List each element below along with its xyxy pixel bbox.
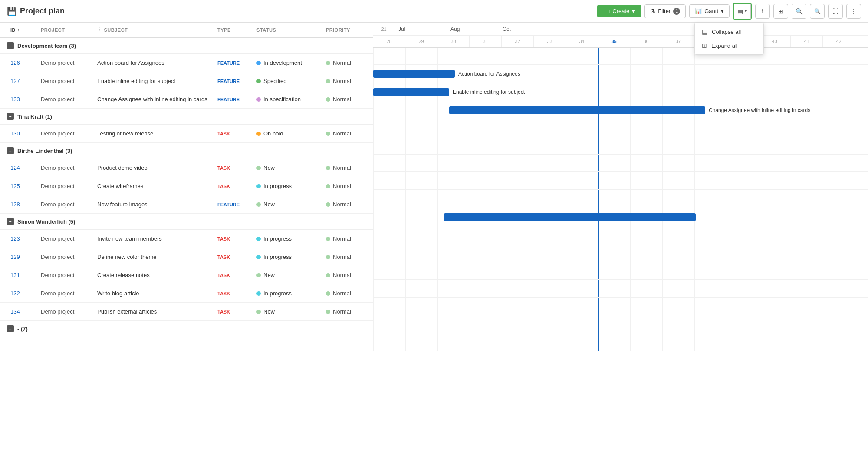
priority-dot xyxy=(326,291,330,296)
collapse-all-item[interactable]: ▤ Collapse all xyxy=(695,25,763,39)
header-actions: + + Create ▾ ⚗ Filter 1 📊 Gantt ▾ ▤ ▾ xyxy=(597,3,861,20)
week-label: 37 xyxy=(662,36,694,47)
collapse-expand-button[interactable]: ▤ ▾ xyxy=(734,4,751,19)
chevron-down-icon: ▾ xyxy=(632,8,635,14)
expand-all-item[interactable]: ⊞ Expand all xyxy=(695,39,763,53)
cell-id[interactable]: 125 xyxy=(7,179,37,193)
cell-project: Demo project xyxy=(37,232,94,245)
cell-status: New xyxy=(253,198,322,211)
group-row-0[interactable]: − Development team (3) xyxy=(0,38,373,54)
priority-dot xyxy=(326,97,330,102)
group-row-4[interactable]: − - (7) xyxy=(0,321,373,337)
group-row-1[interactable]: − Tina Kraft (1) xyxy=(0,109,373,125)
cell-type: TASK xyxy=(214,269,253,281)
gantt-group-row xyxy=(373,226,868,243)
col-header-status: STATUS xyxy=(253,23,322,37)
status-dot xyxy=(256,237,261,241)
group-collapse-icon: − xyxy=(7,218,14,225)
group-label: - (7) xyxy=(17,326,28,332)
cell-subject: Action board for Assignees xyxy=(94,56,214,69)
cell-status: Specified xyxy=(253,74,322,88)
expand-icon: ⊞ xyxy=(702,42,707,49)
cell-type: TASK xyxy=(214,128,253,140)
cell-id[interactable]: 123 xyxy=(7,232,37,245)
cell-project: Demo project xyxy=(37,179,94,193)
cell-status: On hold xyxy=(253,127,322,140)
table-body: − Development team (3) 126 Demo project … xyxy=(0,38,373,337)
status-text: In specification xyxy=(263,96,301,102)
fit-button[interactable]: ⛶ xyxy=(828,4,843,19)
group-collapse-icon: − xyxy=(7,113,14,120)
priority-dot xyxy=(326,184,330,188)
gantt-data-row: Enable inline editing for subject xyxy=(373,83,868,101)
cell-priority: Normal xyxy=(322,250,366,264)
cell-status: New xyxy=(253,268,322,282)
cell-priority: Normal xyxy=(322,127,366,140)
week-label: 33 xyxy=(534,36,566,47)
create-button[interactable]: + + Create ▾ xyxy=(597,5,641,17)
save-icon: 💾 xyxy=(7,7,16,16)
cell-id[interactable]: 132 xyxy=(7,287,37,300)
cell-status: In specification xyxy=(253,92,322,106)
group-label: Development team (3) xyxy=(17,43,76,49)
group-row-2[interactable]: − Birthe Lindenthal (3) xyxy=(0,143,373,159)
zoom-in-button[interactable]: 🔍 xyxy=(792,4,806,19)
chevron-down-icon-gantt: ▾ xyxy=(721,8,724,14)
week-label: 29 xyxy=(405,36,437,47)
cell-project: Demo project xyxy=(37,305,94,318)
info-button[interactable]: ℹ xyxy=(755,4,770,19)
gantt-button[interactable]: 📊 Gantt ▾ xyxy=(689,4,730,18)
gantt-bar[interactable] xyxy=(373,70,455,78)
settings-button[interactable]: ⊞ xyxy=(773,4,788,19)
gantt-data-row xyxy=(373,172,868,190)
cell-project: Demo project xyxy=(37,127,94,140)
cell-subject: Publish external articles xyxy=(94,305,214,318)
cell-subject: Invite new team members xyxy=(94,232,214,245)
resize-handle-icon: ⋮ xyxy=(97,27,102,33)
status-dot xyxy=(256,202,261,207)
cell-id[interactable]: 133 xyxy=(7,92,37,106)
cell-id[interactable]: 124 xyxy=(7,161,37,175)
week-label: 31 xyxy=(470,36,502,47)
table-row: 129 Demo project Define new color theme … xyxy=(0,248,373,266)
cell-id[interactable]: 131 xyxy=(7,268,37,282)
status-dot xyxy=(256,184,261,188)
table-row: 127 Demo project Enable inline editing f… xyxy=(0,72,373,90)
cell-id[interactable]: 129 xyxy=(7,250,37,264)
priority-text: Normal xyxy=(333,59,351,66)
group-label: Birthe Lindenthal (3) xyxy=(17,148,72,154)
gantt-group-row xyxy=(373,119,868,136)
cell-subject: Write blog article xyxy=(94,287,214,300)
status-dot xyxy=(256,166,261,170)
col-header-project: PROJECT xyxy=(37,23,94,37)
week-label: 42 xyxy=(823,36,855,47)
cell-id[interactable]: 128 xyxy=(7,198,37,211)
status-dot xyxy=(256,79,261,83)
gantt-data-row: Action board for Assignees xyxy=(373,65,868,83)
table-header: ID ↑ PROJECT ⋮ SUBJECT TYPE STATUS PRIOR xyxy=(0,23,373,38)
cell-id[interactable]: 127 xyxy=(7,74,37,88)
more-button[interactable]: ⋮ xyxy=(846,4,861,19)
gantt-data-row xyxy=(373,280,868,298)
week-label: 36 xyxy=(630,36,662,47)
cell-id[interactable]: 126 xyxy=(7,56,37,69)
group-collapse-icon: − xyxy=(7,325,14,332)
group-collapse-icon: − xyxy=(7,42,14,49)
gantt-bar[interactable] xyxy=(444,213,696,221)
cell-subject: Define new color theme xyxy=(94,250,214,264)
status-text: New xyxy=(263,272,275,278)
gantt-data-row xyxy=(373,190,868,208)
cell-subject: Enable inline editing for subject xyxy=(94,74,214,88)
filter-button[interactable]: ⚗ Filter 1 xyxy=(644,4,686,18)
grid-icon: ▤ xyxy=(737,8,743,15)
priority-text: Normal xyxy=(333,272,351,278)
cell-id[interactable]: 134 xyxy=(7,305,37,318)
zoom-out-button[interactable]: 🔍 xyxy=(810,4,825,19)
gantt-body: Action board for AssigneesEnable inline … xyxy=(373,48,868,459)
gantt-bar[interactable] xyxy=(449,106,705,114)
gantt-bar[interactable] xyxy=(373,88,449,96)
cell-type: TASK xyxy=(214,233,253,245)
group-row-3[interactable]: − Simon Wunderlich (5) xyxy=(0,214,373,230)
priority-text: Normal xyxy=(333,235,351,242)
cell-id[interactable]: 130 xyxy=(7,127,37,140)
